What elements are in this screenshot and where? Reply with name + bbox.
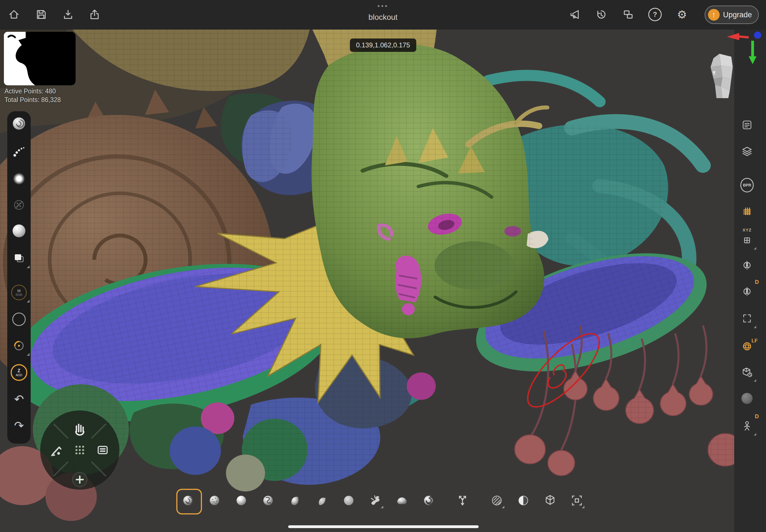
xyz-label: XYZ bbox=[740, 228, 754, 232]
stencil-icon[interactable] bbox=[7, 308, 31, 331]
help-icon[interactable]: ? bbox=[648, 8, 662, 21]
brush-flatten[interactable] bbox=[313, 492, 331, 509]
brush-pinch[interactable] bbox=[286, 492, 304, 509]
navigation-pad[interactable] bbox=[39, 409, 120, 491]
material-icon[interactable] bbox=[7, 219, 31, 243]
submenu-triangle bbox=[754, 247, 756, 250]
mrgb-m-label: M bbox=[17, 289, 21, 293]
submenu-triangle bbox=[502, 506, 504, 508]
home-indicator[interactable] bbox=[288, 525, 479, 528]
camera-head-widget[interactable] bbox=[696, 51, 743, 99]
upgrade-arrow-icon: ↑ bbox=[708, 9, 720, 21]
bpr-toggle[interactable]: BPR bbox=[740, 178, 754, 192]
symmetry-toggle[interactable] bbox=[740, 258, 754, 272]
stamp-preview-thumbnail[interactable] bbox=[4, 32, 76, 85]
files-icon[interactable] bbox=[740, 118, 754, 132]
mesh-stats: Active Points: 480 Total Points: 86,328 bbox=[4, 87, 61, 104]
plus-icon bbox=[72, 472, 87, 487]
axis-y-arrow bbox=[749, 56, 757, 64]
announce-icon[interactable] bbox=[568, 8, 582, 21]
active-points: Active Points: 480 bbox=[4, 87, 61, 96]
brush-inflate[interactable] bbox=[232, 492, 250, 509]
stroke-icon[interactable] bbox=[7, 140, 31, 163]
upgrade-label: Upgrade bbox=[723, 11, 752, 19]
topbar: ••• blockout ? ⚙ ↑ Upgrade bbox=[0, 0, 766, 30]
submenu-triangle bbox=[27, 353, 30, 356]
tool-voxel[interactable] bbox=[541, 492, 559, 509]
submenu-triangle bbox=[754, 379, 756, 382]
brush-swirl[interactable] bbox=[259, 492, 277, 509]
brush-icon[interactable] bbox=[7, 112, 31, 135]
falloff-icon[interactable] bbox=[7, 167, 31, 190]
axis-x-arrow bbox=[727, 33, 739, 40]
brush-stone[interactable] bbox=[205, 492, 223, 509]
layers-icon[interactable] bbox=[740, 145, 754, 158]
matcap-icon[interactable] bbox=[740, 392, 754, 405]
tool-invert[interactable] bbox=[514, 492, 532, 509]
help-label: ? bbox=[653, 11, 657, 18]
brush-trim[interactable] bbox=[393, 492, 411, 509]
symmetry-d-toggle[interactable] bbox=[740, 285, 754, 298]
submenu-triangle bbox=[754, 326, 756, 328]
bpr-label: BPR bbox=[743, 183, 751, 187]
pose-d-badge: D bbox=[755, 413, 759, 420]
symmetry-d-badge: D bbox=[755, 279, 759, 285]
axis-z-dot bbox=[754, 32, 761, 39]
tool-move[interactable] bbox=[454, 492, 472, 509]
mrgb-rgb-label: RGB bbox=[16, 293, 22, 296]
brush-curve[interactable] bbox=[420, 492, 438, 509]
submenu-triangle bbox=[381, 506, 383, 508]
zadd-z-label: Z bbox=[18, 369, 20, 373]
fullscreen-toggle[interactable] bbox=[740, 312, 754, 325]
right-panel-strip bbox=[734, 30, 766, 532]
upgrade-button[interactable]: ↑ Upgrade bbox=[705, 6, 759, 24]
wireframe-lf-toggle[interactable] bbox=[740, 339, 754, 352]
submenu-triangle bbox=[27, 265, 30, 268]
dots-grid-icon bbox=[75, 446, 84, 454]
settings-icon[interactable]: ⚙ bbox=[675, 8, 689, 21]
total-points: Total Points: 86,328 bbox=[4, 96, 61, 104]
submenu-triangle bbox=[582, 506, 584, 508]
brush-clay[interactable] bbox=[179, 492, 197, 509]
undo-icon[interactable]: ↶ bbox=[7, 388, 31, 411]
render-grid-toggle[interactable] bbox=[740, 205, 754, 218]
cursor-coordinates: 0.139,1.062,0.175 bbox=[350, 38, 416, 52]
redo-icon[interactable]: ↷ bbox=[7, 414, 31, 437]
sculpt-mode-toggle[interactable]: Z ADD bbox=[7, 361, 31, 384]
xyz-snap-toggle[interactable] bbox=[740, 233, 754, 246]
history-icon[interactable] bbox=[595, 8, 608, 21]
brush-smooth[interactable] bbox=[340, 492, 357, 509]
history-cube-icon[interactable] bbox=[740, 365, 754, 379]
pose-icon[interactable] bbox=[740, 419, 754, 432]
submenu-triangle bbox=[754, 433, 756, 436]
zadd-add-label: ADD bbox=[16, 374, 22, 377]
scenes-icon[interactable] bbox=[622, 8, 635, 21]
submenu-triangle bbox=[27, 300, 30, 303]
alpha-icon[interactable] bbox=[7, 193, 31, 217]
